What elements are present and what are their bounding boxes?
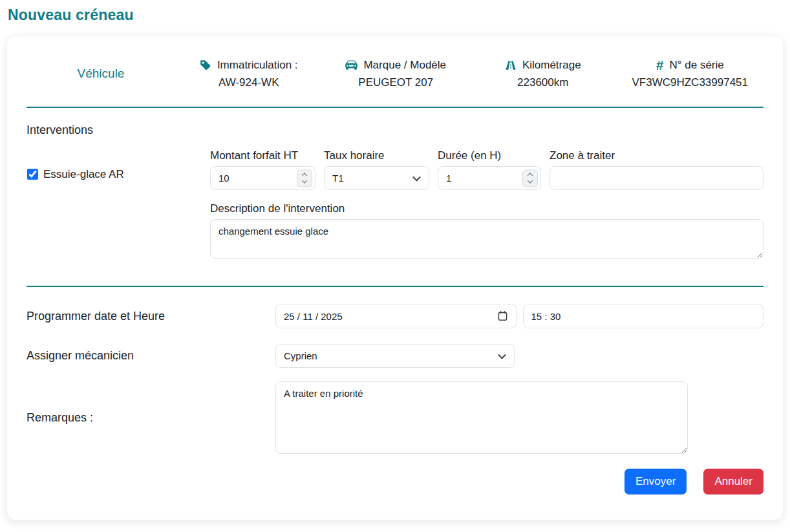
taux-select[interactable]: T1 xyxy=(324,166,429,190)
intervention-checkbox-label: Essuie-glace AR xyxy=(43,168,124,181)
page-title: Nouveau créneau xyxy=(8,6,790,24)
vehicle-field-label: N° de série xyxy=(669,56,723,74)
vehicle-field-value: AW-924-WK xyxy=(175,74,323,91)
vehicle-field-marque-modele: Marque / Modèle PEUGEOT 207 xyxy=(323,56,470,91)
actions-row: Envoyer Annuler xyxy=(27,469,763,495)
vehicle-field-label: Kilométrage xyxy=(522,56,581,74)
vehicle-header: Véhicule Immatriculation : AW-924-WK Mar… xyxy=(27,51,763,107)
cancel-button[interactable]: Annuler xyxy=(703,469,763,495)
taux-label: Taux horaire xyxy=(324,149,429,162)
vehicle-field-value: VF3WC9HZC33997451 xyxy=(617,74,764,91)
mechanic-select[interactable]: Cyprien xyxy=(275,344,515,368)
vehicle-field-value: 223600km xyxy=(469,74,617,91)
montant-label: Montant forfait HT xyxy=(210,149,315,162)
hash-icon xyxy=(656,58,664,72)
number-stepper[interactable] xyxy=(522,169,538,187)
interventions-heading: Interventions xyxy=(27,123,763,137)
vehicle-field-label: Immatriculation : xyxy=(217,56,298,74)
remarks-row: Remarques : A traiter en priorité xyxy=(27,381,763,454)
mechanic-row: Assigner mécanicien Cyprien xyxy=(27,344,763,368)
interventions-row: Essuie-glace AR Montant forfait HT Taux … xyxy=(27,149,763,259)
remarks-label: Remarques : xyxy=(27,411,275,425)
vehicle-field-label: Marque / Modèle xyxy=(363,56,446,74)
send-button[interactable]: Envoyer xyxy=(625,469,687,495)
zone-input[interactable] xyxy=(550,166,763,190)
zone-label: Zone à traiter xyxy=(550,149,763,162)
schedule-row: Programmer date et Heure xyxy=(27,304,763,328)
duree-label: Durée (en H) xyxy=(438,149,541,162)
vehicle-field-immatriculation: Immatriculation : AW-924-WK xyxy=(175,56,323,91)
mechanic-label: Assigner mécanicien xyxy=(27,349,275,363)
time-input[interactable] xyxy=(523,304,764,328)
description-textarea[interactable]: changement essuie glace xyxy=(210,219,763,259)
vehicle-field-kilometrage: Kilométrage 223600km xyxy=(469,56,617,91)
vehicle-divider xyxy=(27,107,763,108)
vehicle-field-value: PEUGEOT 207 xyxy=(323,74,470,91)
date-input[interactable] xyxy=(275,304,517,328)
car-icon xyxy=(345,59,358,71)
new-slot-card: Véhicule Immatriculation : AW-924-WK Mar… xyxy=(6,35,784,520)
road-icon xyxy=(505,59,517,71)
vehicle-field-numero-serie: N° de série VF3WC9HZC33997451 xyxy=(617,56,764,91)
remarks-textarea[interactable]: A traiter en priorité xyxy=(275,381,688,454)
intervention-checkbox[interactable] xyxy=(27,169,38,180)
vehicle-section-label: Véhicule xyxy=(27,67,175,81)
chevron-down-icon xyxy=(528,178,533,183)
number-stepper[interactable] xyxy=(297,169,312,187)
schedule-label: Programmer date et Heure xyxy=(27,310,275,323)
description-label: Description de l'intervention xyxy=(210,202,763,215)
tag-icon xyxy=(200,59,211,71)
chevron-down-icon xyxy=(302,178,307,183)
section-divider xyxy=(27,286,763,287)
calendar-icon[interactable] xyxy=(497,311,508,322)
